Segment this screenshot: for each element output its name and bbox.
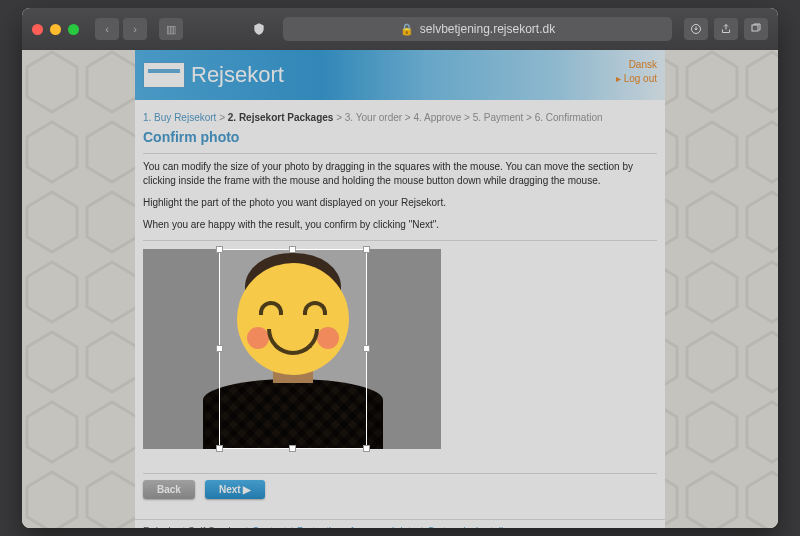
- footer: Rejsekort Self Service|Contact|Protectio…: [135, 519, 665, 528]
- footer-brand: Rejsekort Self Service: [143, 526, 241, 528]
- close-icon[interactable]: [32, 24, 43, 35]
- page-viewport[interactable]: Rejsekort Dansk ▸Log out 1. Buy Rejsekor…: [22, 50, 778, 528]
- next-button[interactable]: Next ▶: [205, 480, 265, 499]
- step-5: 5. Payment: [473, 112, 524, 123]
- instruction-2: Highlight the part of the photo you want…: [143, 196, 657, 210]
- rejsekort-logo[interactable]: [143, 62, 185, 88]
- crop-frame[interactable]: [219, 249, 367, 449]
- page-title: Confirm photo: [143, 129, 657, 145]
- footer-goto[interactable]: Go to rejsekort.dk: [427, 526, 506, 528]
- footer-privacy[interactable]: Protection of personal data: [297, 526, 417, 528]
- browser-window: ‹ › ▥ 🔒 selvbetjening.rejsekort.dk: [22, 8, 778, 528]
- arrow-icon: ▸: [616, 73, 621, 84]
- nav-forward-button[interactable]: ›: [123, 18, 147, 40]
- crop-handle-s[interactable]: [289, 445, 296, 452]
- footer-contact[interactable]: Contact: [252, 526, 286, 528]
- tabs-icon[interactable]: [744, 18, 768, 40]
- checkout-steps: 1. Buy Rejsekort > 2. Rejsekort Packages…: [143, 112, 657, 123]
- address-bar[interactable]: 🔒 selvbetjening.rejsekort.dk: [283, 17, 672, 41]
- crop-handle-e[interactable]: [363, 345, 370, 352]
- step-4: 4. Approve: [413, 112, 461, 123]
- step-2: 2. Rejsekort Packages: [228, 112, 334, 123]
- photo-editor[interactable]: [143, 249, 441, 449]
- brand-name: Rejsekort: [191, 62, 284, 88]
- step-6: 6. Confirmation: [535, 112, 603, 123]
- site-header: Rejsekort Dansk ▸Log out: [135, 50, 665, 100]
- step-3: 3. Your order: [345, 112, 402, 123]
- shield-icon: [247, 18, 271, 40]
- crop-handle-n[interactable]: [289, 246, 296, 253]
- url-text: selvbetjening.rejsekort.dk: [420, 22, 555, 36]
- instruction-1: You can modify the size of your photo by…: [143, 160, 657, 188]
- crop-handle-w[interactable]: [216, 345, 223, 352]
- sidebar-toggle-icon[interactable]: ▥: [159, 18, 183, 40]
- logout-link[interactable]: ▸Log out: [616, 72, 657, 86]
- step-1[interactable]: 1. Buy Rejsekort: [143, 112, 216, 123]
- minimize-icon[interactable]: [50, 24, 61, 35]
- language-link[interactable]: Dansk: [616, 58, 657, 72]
- back-button[interactable]: Back: [143, 480, 195, 499]
- lock-icon: 🔒: [400, 23, 414, 36]
- downloads-icon[interactable]: [684, 18, 708, 40]
- crop-handle-sw[interactable]: [216, 445, 223, 452]
- crop-handle-nw[interactable]: [216, 246, 223, 253]
- nav-back-button[interactable]: ‹: [95, 18, 119, 40]
- crop-handle-ne[interactable]: [363, 246, 370, 253]
- crop-handle-se[interactable]: [363, 445, 370, 452]
- logout-label: Log out: [624, 73, 657, 84]
- browser-toolbar: ‹ › ▥ 🔒 selvbetjening.rejsekort.dk: [22, 8, 778, 50]
- svg-rect-1: [752, 25, 758, 31]
- maximize-icon[interactable]: [68, 24, 79, 35]
- instruction-3: When you are happy with the result, you …: [143, 218, 657, 232]
- traffic-lights[interactable]: [32, 24, 79, 35]
- content-column: Rejsekort Dansk ▸Log out 1. Buy Rejsekor…: [135, 50, 665, 528]
- share-icon[interactable]: [714, 18, 738, 40]
